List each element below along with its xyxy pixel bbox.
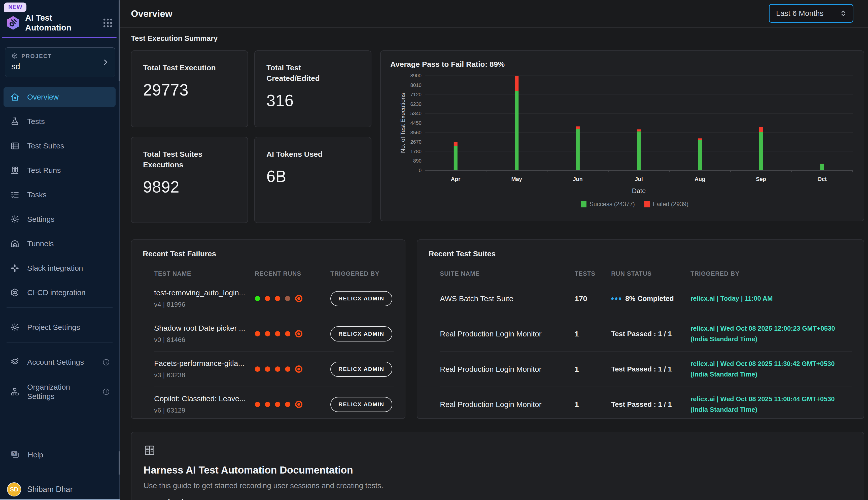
svg-text:4450: 4450	[410, 120, 422, 126]
recent-runs	[255, 401, 330, 408]
page-title: Overview	[131, 9, 173, 19]
test-version-id: v3 | 63238	[154, 371, 255, 379]
sidebar-item-project-settings[interactable]: Project Settings	[3, 318, 116, 337]
test-version-id: v6 | 63129	[154, 407, 255, 414]
svg-text:Aug: Aug	[694, 176, 705, 182]
suite-name: Real Production Login Monitor	[440, 365, 575, 374]
test-name: Copilot: Classified: Leave...	[154, 395, 247, 403]
brand-accent-rule	[2, 37, 117, 38]
run-status-text: Test Passed : 1 / 1	[611, 400, 672, 409]
run-dot-orange-icon	[265, 296, 270, 301]
svg-text:3560: 3560	[410, 130, 422, 135]
sidebar-item-label: Tunnels	[27, 239, 54, 249]
failure-row[interactable]: Copilot: Classified: Leave... v6 | 63129…	[154, 387, 394, 422]
sidebar-item-slack-integration[interactable]: Slack integration	[3, 258, 116, 278]
stat-card-total-test-created-edited: Total Test Created/Edited 316	[254, 50, 372, 127]
svg-text:Date: Date	[632, 187, 646, 195]
sidebar-item-organization-settings[interactable]: Organization Settings	[3, 377, 116, 407]
failures-title: Recent Test Failures	[143, 250, 394, 258]
failure-row[interactable]: Shadow root Date picker ... v0 | 81466 R…	[154, 316, 394, 351]
sidebar-item-account-settings[interactable]: Account Settings	[3, 352, 116, 372]
triggered-by-button[interactable]: RELICX ADMIN	[330, 326, 392, 341]
column-header: TESTS	[575, 270, 611, 277]
suites-table: SUITE NAMETESTSRUN STATUSTRIGGERED BYAWS…	[440, 266, 852, 422]
gear-icon	[10, 322, 20, 332]
run-dot-orange-icon	[275, 331, 280, 337]
sidebar-item-tunnels[interactable]: Tunnels	[3, 234, 116, 253]
run-status: 8% Completed	[611, 295, 691, 303]
flask-icon	[10, 117, 20, 126]
pass-fail-bar-chart: 0890178026703560445053406230712080108900…	[390, 71, 864, 212]
column-header: RECENT RUNS	[255, 270, 330, 277]
triggered-by-button[interactable]: RELICX ADMIN	[330, 397, 392, 412]
app-root: NEW AI Test Automation	[0, 0, 868, 500]
sidebar-item-label: CI-CD integration	[27, 288, 86, 297]
sidebar-item-tasks[interactable]: Tasks	[3, 185, 116, 205]
date-range-select[interactable]: Last 6 Months	[769, 4, 853, 23]
sidebar-scrollbar-thumb-top[interactable]	[119, 0, 120, 81]
suite-tests-count: 1	[575, 330, 611, 338]
triggered-by-button[interactable]: RELICX ADMIN	[330, 362, 392, 377]
info-icon[interactable]	[102, 359, 110, 366]
test-name: Shadow root Date picker ...	[154, 324, 247, 332]
triggered-by: relicx.ai | Today | 11:00 AM	[691, 293, 852, 304]
sidebar-item-overview[interactable]: Overview	[3, 87, 116, 107]
suite-name: Real Production Login Monitor	[440, 330, 575, 338]
progress-dots-icon	[611, 297, 621, 300]
test-name: Facets-performance-gitla...	[154, 359, 247, 368]
brand: AI Test Automation	[7, 13, 114, 33]
suite-row[interactable]: AWS Batch Test Suite 170 8% Completed re…	[440, 281, 852, 316]
triggered-by: relicx.ai | Wed Oct 08 2025 11:30:42 GMT…	[691, 359, 852, 379]
svg-text:5340: 5340	[410, 111, 422, 116]
svg-text:7120: 7120	[410, 92, 422, 97]
sidebar-item-tests[interactable]: Tests	[3, 112, 116, 131]
suite-row[interactable]: Real Production Login Monitor 1 Test Pas…	[440, 387, 852, 422]
app-grid-icon[interactable]	[102, 17, 114, 29]
failures-table: TEST NAMERECENT RUNSTRIGGERED BYtest-rem…	[154, 266, 394, 422]
sidebar-item-test-suites[interactable]: Test Suites	[3, 136, 116, 156]
suite-row[interactable]: Real Production Login Monitor 1 Test Pas…	[440, 351, 852, 387]
unfold-chevrons-icon	[839, 9, 848, 18]
suite-row[interactable]: Real Production Login Monitor 1 Test Pas…	[440, 316, 852, 351]
run-dot-latest-failed-icon	[295, 365, 302, 373]
stat-label: Total Test Execution	[143, 62, 226, 73]
triggered-by-button[interactable]: RELICX ADMIN	[330, 291, 392, 306]
sidebar-item-test-runs[interactable]: Test Runs	[3, 160, 116, 180]
svg-text:?: ?	[13, 451, 16, 456]
sidebar-item-label: Account Settings	[27, 357, 84, 367]
sidebar-item-label: Test Runs	[27, 166, 61, 175]
docs-link[interactable]: Go to the docs →	[143, 498, 206, 500]
stat-value: 9892	[143, 178, 236, 196]
failure-row[interactable]: Facets-performance-gitla... v3 | 63238 R…	[154, 351, 394, 387]
column-header: TRIGGERED BY	[330, 270, 394, 277]
suite-tests-count: 1	[575, 365, 611, 374]
sidebar-item-ci-cd-integration[interactable]: CI-CD integration	[3, 283, 116, 303]
app-logo-icon	[7, 16, 20, 30]
runs-icon	[10, 166, 20, 175]
info-icon[interactable]	[102, 388, 110, 396]
documentation-card: Harness AI Test Automation Documentation…	[131, 432, 864, 500]
home-icon	[10, 92, 20, 102]
sidebar-divider	[7, 307, 113, 308]
sidebar-item-help[interactable]: ? Help	[10, 450, 119, 460]
docs-title: Harness AI Test Automation Documentation	[143, 465, 852, 476]
failure-row[interactable]: test-removing_auto_login... v4 | 81996 R…	[154, 281, 394, 316]
stat-card-total-test-suites-executions: Total Test Suites Executions 9892	[131, 137, 248, 223]
sidebar-item-label: Settings	[27, 215, 55, 224]
sidebar-scrollbar-thumb-bottom[interactable]	[119, 451, 120, 475]
user-menu[interactable]: SD Shibam Dhar	[7, 482, 73, 497]
svg-text:Success (24377): Success (24377)	[589, 201, 635, 207]
project-selector[interactable]: PROJECT sd	[5, 47, 115, 77]
stat-card-ai-tokens-used: AI Tokens Used 6B	[254, 137, 372, 223]
run-dot-latest-failed-icon	[295, 295, 302, 302]
table-icon	[10, 141, 20, 151]
run-status-text: Test Passed : 1 / 1	[611, 330, 672, 338]
svg-text:8900: 8900	[410, 73, 422, 78]
sidebar-item-label: Tasks	[27, 190, 47, 200]
sidebar-item-label: Test Suites	[27, 141, 64, 151]
suite-name: Real Production Login Monitor	[440, 400, 575, 409]
suite-tests-count: 1	[575, 400, 611, 409]
svg-text:No. of Test Executions: No. of Test Executions	[399, 93, 406, 153]
sidebar-item-settings[interactable]: Settings	[3, 209, 116, 229]
run-dot-orange-icon	[275, 296, 280, 301]
